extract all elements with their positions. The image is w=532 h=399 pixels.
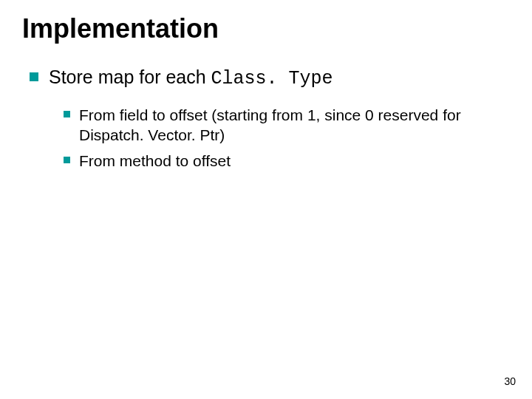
bullet2-text: From field to offset (starting from 1, s… [79, 105, 517, 146]
bullet-level2: From field to offset (starting from 1, s… [64, 105, 517, 146]
square-bullet-icon [64, 157, 70, 163]
bullet3-text: From method to offset [79, 151, 231, 171]
slide: Implementation Store map for each Class.… [0, 0, 532, 399]
bullet-level1: Store map for each Class. Type [30, 65, 517, 92]
bullet1-text: Store map for each Class. Type [49, 65, 333, 92]
square-bullet-icon [30, 72, 38, 81]
bullet-level2: From method to offset [64, 151, 517, 171]
slide-title: Implementation [22, 13, 517, 44]
bullet1-prefix: Store map for each [49, 66, 211, 87]
page-number: 30 [504, 375, 516, 387]
square-bullet-icon [64, 111, 70, 117]
bullet1-code: Class. Type [211, 68, 333, 89]
